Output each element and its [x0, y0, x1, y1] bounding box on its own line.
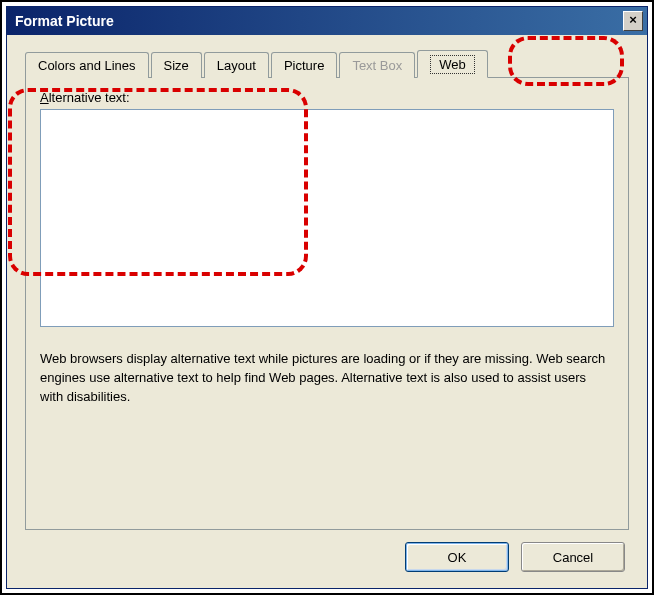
tab-text-box: Text Box — [339, 52, 415, 78]
tab-label: Text Box — [352, 58, 402, 73]
alt-text-input[interactable] — [40, 109, 614, 327]
dialog-buttons: OK Cancel — [405, 542, 625, 572]
alt-text-label: Alternative text: — [40, 90, 614, 105]
tab-label: Colors and Lines — [38, 58, 136, 73]
tab-label: Layout — [217, 58, 256, 73]
tab-label: Size — [164, 58, 189, 73]
ok-button[interactable]: OK — [405, 542, 509, 572]
close-button[interactable]: × — [623, 11, 643, 31]
help-text: Web browsers display alternative text wh… — [40, 350, 614, 407]
cancel-button[interactable]: Cancel — [521, 542, 625, 572]
tab-label: Web — [430, 55, 475, 74]
tab-panel: Alternative text: Web browsers display a… — [25, 77, 629, 530]
tab-size[interactable]: Size — [151, 52, 202, 78]
panel-content: Alternative text: Web browsers display a… — [40, 90, 614, 515]
label-rest: lternative text: — [49, 90, 130, 105]
tab-web[interactable]: Web — [417, 50, 488, 78]
tab-picture[interactable]: Picture — [271, 52, 337, 78]
window-title: Format Picture — [15, 13, 623, 29]
close-icon: × — [629, 12, 637, 27]
tab-strip: Colors and Lines Size Layout Picture Tex… — [25, 49, 629, 77]
tab-colors-and-lines[interactable]: Colors and Lines — [25, 52, 149, 78]
tab-layout[interactable]: Layout — [204, 52, 269, 78]
mnemonic-char: A — [40, 90, 49, 105]
dialog-window: Format Picture × Colors and Lines Size L… — [6, 6, 648, 589]
client-area: Colors and Lines Size Layout Picture Tex… — [7, 35, 647, 588]
titlebar: Format Picture × — [7, 7, 647, 35]
tab-label: Picture — [284, 58, 324, 73]
